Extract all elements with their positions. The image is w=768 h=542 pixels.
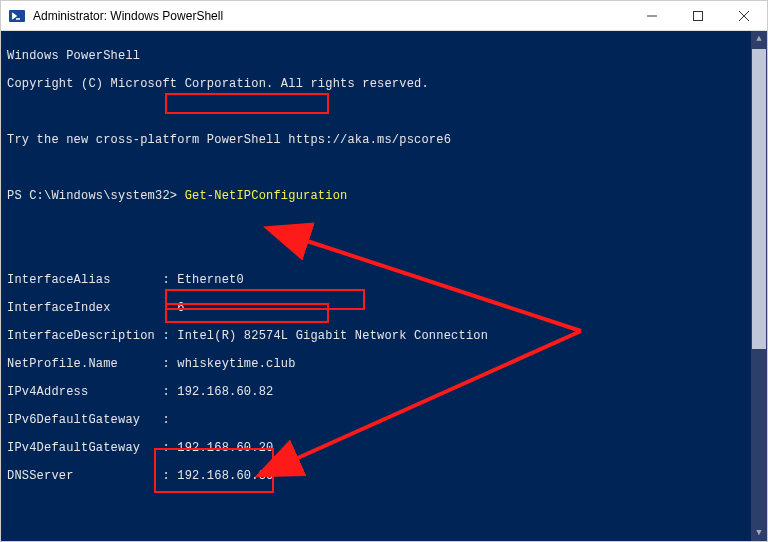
output-line: [7, 245, 761, 259]
output-line: Windows PowerShell: [7, 49, 761, 63]
minimize-icon: [647, 11, 657, 21]
output-line: Copyright (C) Microsoft Corporation. All…: [7, 77, 761, 91]
powershell-icon: [9, 8, 25, 24]
output-line: IPv6DefaultGateway :: [7, 413, 761, 427]
prompt-line: PS C:\Windows\system32> Get-NetIPConfigu…: [7, 189, 761, 203]
maximize-button[interactable]: [675, 1, 721, 30]
minimize-button[interactable]: [629, 1, 675, 30]
powershell-window: Administrator: Windows PowerShell Window…: [0, 0, 768, 542]
window-title: Administrator: Windows PowerShell: [33, 9, 629, 23]
prompt-text: PS C:\Windows\system32>: [7, 189, 185, 203]
maximize-icon: [693, 11, 703, 21]
output-line: NetProfile.Name : whiskeytime.club: [7, 357, 761, 371]
titlebar[interactable]: Administrator: Windows PowerShell: [1, 1, 767, 31]
output-line: [7, 525, 761, 539]
scroll-down-button[interactable]: ▼: [751, 525, 767, 541]
output-line: [7, 217, 761, 231]
output-line: InterfaceIndex : 6: [7, 301, 761, 315]
scroll-up-button[interactable]: ▲: [751, 31, 767, 47]
output-line: Try the new cross-platform PowerShell ht…: [7, 133, 761, 147]
command-text: Get-NetIPConfiguration: [185, 189, 348, 203]
output-line: InterfaceAlias : Ethernet0: [7, 273, 761, 287]
window-controls: [629, 1, 767, 30]
close-icon: [739, 11, 749, 21]
output-line: [7, 161, 761, 175]
svg-rect-2: [694, 11, 703, 20]
output-line: [7, 497, 761, 511]
output-line: DNSServer : 192.168.60.30: [7, 469, 761, 483]
scrollbar[interactable]: ▲ ▼: [751, 31, 767, 541]
close-button[interactable]: [721, 1, 767, 30]
output-line: InterfaceDescription : Intel(R) 82574L G…: [7, 329, 761, 343]
terminal-area[interactable]: Windows PowerShell Copyright (C) Microso…: [1, 31, 767, 541]
scrollbar-thumb[interactable]: [752, 49, 766, 349]
output-line: IPv4DefaultGateway : 192.168.60.20: [7, 441, 761, 455]
output-line: IPv4Address : 192.168.60.82: [7, 385, 761, 399]
output-line: [7, 105, 761, 119]
